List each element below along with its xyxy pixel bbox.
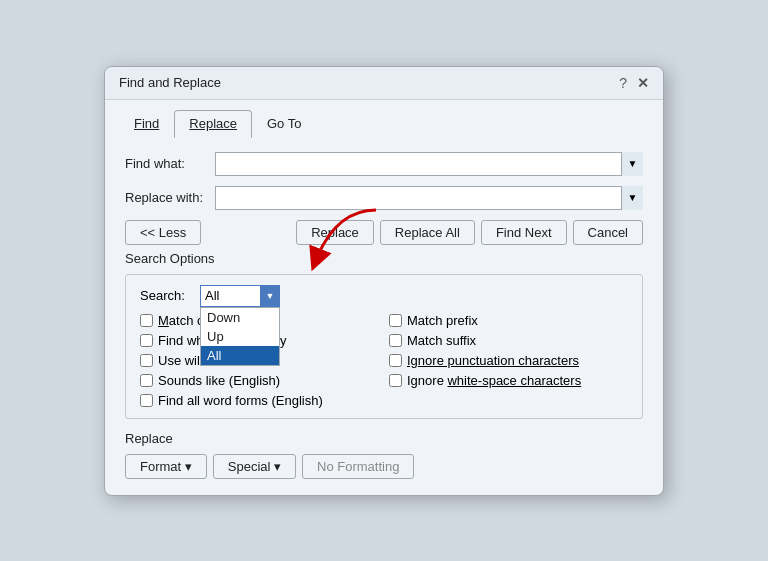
tab-find-label: Find (134, 116, 159, 131)
match-prefix-label: Match prefix (407, 313, 478, 328)
replace-with-row: Replace with: ▼ (125, 186, 643, 210)
ignore-punct-item: Ignore punctuation characters (389, 353, 628, 368)
find-what-row: Find what: ▼ (125, 152, 643, 176)
sounds-like-label: Sounds like (English) (158, 373, 280, 388)
find-next-button[interactable]: Find Next (481, 220, 567, 245)
find-what-input[interactable] (215, 152, 643, 176)
sounds-like-checkbox[interactable] (140, 374, 153, 387)
match-prefix-checkbox[interactable] (389, 314, 402, 327)
replace-with-label: Replace with: (125, 190, 215, 205)
dropdown-all[interactable]: All (201, 346, 279, 365)
ignore-whitespace-checkbox[interactable] (389, 374, 402, 387)
title-controls: ? ✕ (619, 75, 649, 91)
checkboxes-right: Match prefix Match suffix Ignore punctua… (379, 313, 628, 408)
replace-section-label: Replace (125, 431, 643, 446)
dialog-body: Find what: ▼ Replace with: ▼ << Less Rep… (105, 138, 663, 495)
ignore-punct-checkbox[interactable] (389, 354, 402, 367)
match-prefix-item: Match prefix (389, 313, 628, 328)
all-word-forms-checkbox[interactable] (140, 394, 153, 407)
find-replace-dialog: Find and Replace ? ✕ Find Replace Go To … (104, 66, 664, 496)
tab-goto-label: Go To (267, 116, 301, 131)
special-button[interactable]: Special ▾ (213, 454, 296, 479)
tab-replace[interactable]: Replace (174, 110, 252, 138)
search-dropdown-menu: Down Up All (200, 307, 280, 366)
dropdown-down[interactable]: Down (201, 308, 279, 327)
match-suffix-checkbox[interactable] (389, 334, 402, 347)
replace-with-dropdown[interactable]: ▼ (621, 186, 643, 210)
all-word-forms-label: Find all word forms (English) (158, 393, 323, 408)
replace-button[interactable]: Replace (296, 220, 374, 245)
less-button[interactable]: << Less (125, 220, 201, 245)
search-options-container: Search Options Search: (125, 251, 643, 479)
find-whole-words-checkbox[interactable] (140, 334, 153, 347)
use-wildcards-checkbox[interactable] (140, 354, 153, 367)
all-word-forms-item: Find all word forms (English) (140, 393, 379, 408)
search-select-wrap: All Down Up ▼ Down Up All (200, 285, 280, 307)
ignore-whitespace-item: Ignore white-space characters (389, 373, 628, 388)
replace-with-input-wrap: ▼ (215, 186, 643, 210)
ignore-whitespace-label: Ignore white-space characters (407, 373, 581, 388)
close-icon[interactable]: ✕ (637, 75, 649, 91)
tab-goto[interactable]: Go To (252, 110, 316, 138)
match-case-checkbox[interactable] (140, 314, 153, 327)
match-suffix-item: Match suffix (389, 333, 628, 348)
replace-all-button[interactable]: Replace All (380, 220, 475, 245)
find-what-input-wrap: ▼ (215, 152, 643, 176)
dialog-title: Find and Replace (119, 75, 221, 90)
find-what-label: Find what: (125, 156, 215, 171)
search-options-box: Search: All Down Up ▼ Down Up All (125, 274, 643, 419)
dropdown-up[interactable]: Up (201, 327, 279, 346)
no-formatting-button[interactable]: No Formatting (302, 454, 414, 479)
replace-section-buttons: Format ▾ Special ▾ No Formatting (125, 454, 643, 479)
search-select[interactable]: All Down Up (200, 285, 280, 307)
format-button[interactable]: Format ▾ (125, 454, 207, 479)
tab-replace-label: Replace (189, 116, 237, 131)
search-label: Search: (140, 288, 200, 303)
button-row: << Less Replace Replace All Find Next Ca… (125, 220, 643, 245)
sounds-like-item: Sounds like (English) (140, 373, 379, 388)
ignore-punct-label: Ignore punctuation characters (407, 353, 579, 368)
search-options-label: Search Options (125, 251, 643, 266)
cancel-button[interactable]: Cancel (573, 220, 643, 245)
search-select-row: Search: All Down Up ▼ Down Up All (140, 285, 628, 307)
replace-with-input[interactable] (215, 186, 643, 210)
tabs: Find Replace Go To (105, 100, 663, 138)
match-suffix-label: Match suffix (407, 333, 476, 348)
replace-section: Replace Format ▾ Special ▾ No Formatting (125, 431, 643, 479)
help-icon[interactable]: ? (619, 75, 627, 91)
find-what-dropdown[interactable]: ▼ (621, 152, 643, 176)
tab-find[interactable]: Find (119, 110, 174, 138)
title-bar: Find and Replace ? ✕ (105, 67, 663, 100)
